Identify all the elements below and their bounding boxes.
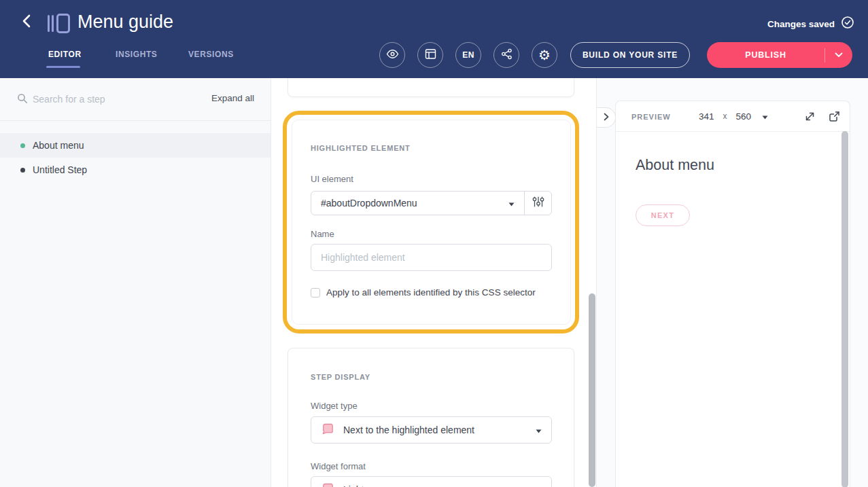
ui-element-value: #aboutDropdownMenu <box>321 198 508 209</box>
changes-saved-label: Changes saved <box>767 19 835 29</box>
preview-step-title: About menu <box>636 157 714 174</box>
language-label: EN <box>462 50 474 60</box>
fullscreen-button[interactable] <box>803 110 816 123</box>
checkbox-label: Apply to all elements identified by this… <box>326 287 536 297</box>
next-button-label: NEXT <box>651 211 675 219</box>
widget-type-label: Widget type <box>311 401 358 411</box>
search-input[interactable] <box>33 89 189 109</box>
step-label: About menu <box>33 140 84 151</box>
app-header: Menu guide Changes saved EDITOR INSIGHTS… <box>0 0 868 78</box>
publish-button-label: PUBLISH <box>707 50 824 60</box>
open-external-button[interactable] <box>828 110 841 123</box>
settings-button[interactable]: ⚙ <box>532 42 557 68</box>
step-status-dot <box>20 143 25 148</box>
check-circle-icon <box>841 16 854 32</box>
editor-scrollbar-thumb[interactable] <box>589 293 595 487</box>
build-on-your-site-button[interactable]: BUILD ON YOUR SITE <box>570 42 690 68</box>
caret-down-icon <box>536 484 542 487</box>
chevron-left-icon <box>22 14 31 31</box>
preview-panel: PREVIEW 341 x 560 About menu NEXT <box>615 101 850 487</box>
ui-element-select-group: #aboutDropdownMenu <box>311 191 552 215</box>
share-button[interactable] <box>493 42 519 68</box>
caret-down-icon <box>536 424 542 436</box>
search-icon <box>17 93 28 107</box>
logo-bar <box>52 15 54 32</box>
widget-type-select[interactable]: Next to the highlighted element <box>311 416 552 444</box>
chevron-down-icon <box>835 52 843 58</box>
language-button[interactable]: EN <box>455 42 481 68</box>
publish-button[interactable]: PUBLISH <box>707 42 852 68</box>
step-search-row: Expand all <box>0 78 271 120</box>
preview-next-button[interactable]: NEXT <box>636 204 690 226</box>
preview-header: PREVIEW 341 x 560 <box>616 101 850 132</box>
page-title: Menu guide <box>77 12 173 33</box>
preview-size-selector[interactable]: 341 x 560 <box>699 110 768 122</box>
element-settings-button[interactable] <box>524 192 551 215</box>
name-label: Name <box>311 229 334 239</box>
step-label: Untitled Step <box>33 164 87 175</box>
caret-down-icon <box>508 197 515 209</box>
section-title: HIGHLIGHTED ELEMENT <box>311 144 411 152</box>
sliders-icon <box>531 194 546 212</box>
widget-bubble-icon <box>321 482 335 487</box>
app-window: Menu guide Changes saved EDITOR INSIGHTS… <box>0 0 868 487</box>
external-link-icon <box>828 110 841 123</box>
step-display-card: STEP DISPLAY Widget type Next to the hig… <box>288 348 574 487</box>
build-button-label: BUILD ON YOUR SITE <box>583 50 678 60</box>
share-icon <box>501 48 513 62</box>
name-input[interactable] <box>311 244 552 271</box>
widget-format-value: Light <box>343 484 536 487</box>
preview-eye-button[interactable] <box>379 42 405 68</box>
tab-editor[interactable]: EDITOR <box>48 50 82 59</box>
layout-icon <box>425 48 436 62</box>
step-status-dot <box>20 168 25 173</box>
widget-bubble-icon <box>321 422 335 439</box>
logo-bar <box>48 15 50 32</box>
highlighted-element-card: HIGHLIGHTED ELEMENT UI element #aboutDro… <box>292 120 571 325</box>
widget-format-label: Widget format <box>311 461 366 471</box>
chevron-right-icon <box>604 111 609 124</box>
tab-insights[interactable]: INSIGHTS <box>116 50 157 59</box>
expand-arrows-icon <box>803 110 816 123</box>
publish-dropdown-toggle[interactable] <box>825 52 852 58</box>
tab-versions[interactable]: VERSIONS <box>188 50 234 59</box>
step-item-untitled-step[interactable]: Untitled Step <box>0 158 271 182</box>
eye-icon <box>386 48 399 63</box>
caret-down-icon <box>762 110 768 122</box>
checkbox-unchecked[interactable] <box>311 288 320 297</box>
guide-type-icon <box>48 14 71 34</box>
ui-element-label: UI element <box>311 174 353 184</box>
changes-saved-status: Changes saved <box>767 16 854 32</box>
preview-height-value: 560 <box>736 111 752 122</box>
active-tab-underline <box>46 66 80 68</box>
preview-size-separator: x <box>723 111 727 121</box>
expand-all-link[interactable]: Expand all <box>211 93 254 103</box>
layout-button[interactable] <box>417 42 443 68</box>
preview-title: PREVIEW <box>631 113 671 121</box>
steps-sidebar: Expand all About menu Untitled Step <box>0 78 271 487</box>
preview-width-value: 341 <box>699 111 714 122</box>
previous-settings-card <box>288 78 574 97</box>
widget-format-select[interactable]: Light <box>311 476 552 487</box>
preview-scrollbar-thumb[interactable] <box>841 131 848 487</box>
section-title: STEP DISPLAY <box>311 373 370 381</box>
step-editor-panel: HIGHLIGHTED ELEMENT UI element #aboutDro… <box>271 78 597 487</box>
ui-element-select[interactable]: #aboutDropdownMenu <box>311 192 524 215</box>
back-button[interactable] <box>18 14 35 31</box>
apply-all-checkbox-row[interactable]: Apply to all elements identified by this… <box>311 287 536 297</box>
gear-icon: ⚙ <box>538 48 551 62</box>
step-item-about-menu[interactable]: About menu <box>0 133 271 158</box>
logo-rect <box>56 14 70 33</box>
sidebar-divider <box>0 120 271 121</box>
widget-type-value: Next to the highlighted element <box>343 425 536 435</box>
